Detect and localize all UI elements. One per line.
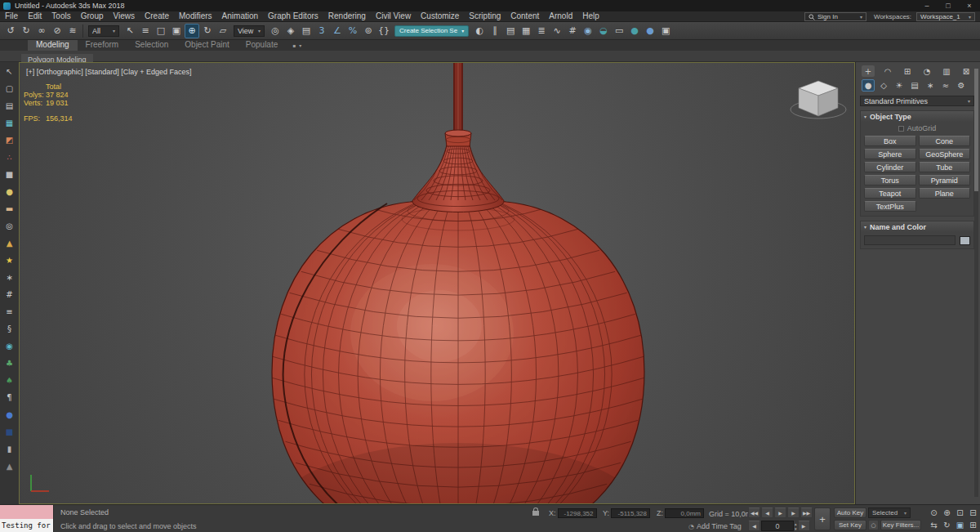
object-type-rollout-header[interactable]: ▾ Object Type xyxy=(861,111,973,122)
undo-icon[interactable]: ↺ xyxy=(3,24,18,38)
tab-display[interactable]: ▥ xyxy=(940,65,953,77)
toggle-scene-explorer-icon[interactable]: ≣ xyxy=(534,24,549,38)
dark-cube-tool-icon[interactable]: ■ xyxy=(2,425,16,438)
torus-tool-icon[interactable]: ◎ xyxy=(2,219,16,232)
select-and-link-icon[interactable]: ∞ xyxy=(34,24,49,38)
zoom-all-icon[interactable]: ⊕ xyxy=(941,507,953,518)
category-systems[interactable]: ⚙ xyxy=(955,79,968,92)
globe-tool-icon[interactable]: ◉ xyxy=(2,339,16,352)
open-autodesk-app-icon[interactable]: ▣ xyxy=(658,24,673,38)
object-type-button[interactable]: Box xyxy=(864,136,916,146)
snaps-toggle-icon[interactable]: 3 xyxy=(314,24,329,38)
minimize-button[interactable]: – xyxy=(916,2,938,10)
snowflake-tool-icon[interactable]: ∗ xyxy=(2,270,16,284)
viewport-label[interactable]: [+] [Orthographic] [Standard] [Clay + Ed… xyxy=(26,68,192,76)
cylinder-tool-icon[interactable]: ▮ xyxy=(2,442,16,455)
ribbon-tab[interactable]: Selection xyxy=(127,40,176,51)
listener-pane[interactable]: Testing for i xyxy=(0,519,53,532)
viewport-canvas[interactable] xyxy=(20,63,854,503)
cone-tool-icon[interactable]: ▲ xyxy=(2,236,16,249)
object-type-button[interactable]: Pyramid xyxy=(919,175,971,186)
ribbon-tab[interactable]: Modeling xyxy=(28,40,78,51)
named-selection-set-dropdown[interactable]: Create Selection Se xyxy=(394,25,469,37)
go-to-start-button[interactable]: ◀◀ xyxy=(748,507,760,518)
film-tool-icon[interactable]: ▦ xyxy=(2,116,16,129)
object-type-button[interactable]: Sphere xyxy=(864,149,916,159)
material-editor-icon[interactable]: ◉ xyxy=(581,24,595,38)
pointer-tool-icon[interactable]: ↖ xyxy=(2,65,16,78)
category-lights[interactable]: ☀ xyxy=(893,79,906,92)
palette-tool-icon[interactable]: ◩ xyxy=(2,133,16,146)
tree-tool-icon[interactable]: ♠ xyxy=(2,373,16,387)
angle-snap-icon[interactable]: ∠ xyxy=(330,24,345,38)
ribbon-tab[interactable]: Populate xyxy=(238,40,286,51)
ribbon-minimize-icon[interactable]: ▪ xyxy=(292,42,296,48)
menu-item[interactable]: Modifiers xyxy=(174,11,217,22)
toggle-layer-explorer-icon[interactable]: ▤ xyxy=(503,24,518,38)
y-coordinate-field[interactable]: -5115,328 xyxy=(611,508,650,518)
menu-item[interactable]: Arnold xyxy=(544,11,577,22)
notes-tool-icon[interactable]: ▤ xyxy=(2,99,16,112)
key-selection-dropdown[interactable]: Selected xyxy=(868,507,911,518)
key-mode-icon[interactable]: ○ xyxy=(868,520,879,530)
x-coordinate-field[interactable]: -1298,352 xyxy=(558,508,597,518)
object-type-button[interactable]: Cylinder xyxy=(864,162,916,172)
use-pivot-point-center-icon[interactable]: ◎ xyxy=(268,24,283,38)
set-key-button[interactable]: Set Key xyxy=(834,520,866,530)
select-by-name-icon[interactable]: ≡ xyxy=(138,24,153,38)
menu-item[interactable]: Graph Editors xyxy=(263,11,323,22)
current-frame-field[interactable]: 0 xyxy=(761,521,794,531)
leaf-tool-icon[interactable]: ♣ xyxy=(2,356,16,369)
next-frame-button[interactable]: ▶ xyxy=(787,507,800,518)
next-key-button[interactable]: ▶ xyxy=(798,521,810,531)
select-and-scale-icon[interactable]: ▱ xyxy=(216,24,230,38)
square-tool-icon[interactable]: ■ xyxy=(2,168,16,181)
tab-modify[interactable]: ◠ xyxy=(881,65,894,77)
maximize-viewport-toggle-icon[interactable]: ▣ xyxy=(954,519,966,530)
menu-item[interactable]: Rendering xyxy=(323,11,371,22)
rectangular-selection-region-icon[interactable]: □ xyxy=(154,24,168,38)
water-tool-icon[interactable]: ● xyxy=(2,408,16,421)
ribbon-tab[interactable]: Freeform xyxy=(78,40,127,51)
workspace-dropdown[interactable]: Workspace_1 xyxy=(916,12,975,21)
viewport[interactable]: [+] [Orthographic] [Standard] [Clay + Ed… xyxy=(19,62,855,504)
align-icon[interactable]: ∥ xyxy=(488,24,502,38)
menu-item[interactable]: Views xyxy=(109,11,140,22)
star-tool-icon[interactable]: ★ xyxy=(2,253,16,266)
frame-spinner[interactable]: ▴▾ xyxy=(795,521,797,531)
autogrid-checkbox[interactable] xyxy=(898,126,904,132)
object-color-swatch[interactable] xyxy=(960,236,970,245)
object-type-button[interactable]: Torus xyxy=(864,175,916,186)
viewcube[interactable] xyxy=(791,81,846,118)
menu-item[interactable]: Civil View xyxy=(371,11,416,22)
go-to-end-button[interactable]: ▶▶ xyxy=(800,507,813,518)
particles-tool-icon[interactable]: ∴ xyxy=(2,150,16,163)
ribbon-options-caret-icon[interactable]: ▾ xyxy=(299,42,301,48)
object-type-button[interactable]: GeoSphere xyxy=(919,149,971,159)
menu-item[interactable]: Scripting xyxy=(464,11,506,22)
sphere-tool-icon[interactable]: ● xyxy=(2,185,16,198)
pyramid-tool-icon[interactable]: ▲ xyxy=(2,459,16,472)
menu-item[interactable]: Edit xyxy=(23,11,47,22)
category-helpers[interactable]: ∗ xyxy=(924,79,937,92)
macro-recorder-pane[interactable] xyxy=(0,505,53,519)
z-coordinate-field[interactable]: 0,0mm xyxy=(665,508,704,518)
zoom-region-icon[interactable]: ⊟ xyxy=(967,507,979,518)
rendered-frame-window-icon[interactable]: ▭ xyxy=(612,24,626,38)
selection-lock-icon[interactable] xyxy=(532,511,539,516)
schematic-view-icon[interactable]: # xyxy=(565,24,580,38)
bind-to-space-warp-icon[interactable]: ≋ xyxy=(65,24,80,38)
tab-hierarchy[interactable]: ⊞ xyxy=(901,65,914,77)
object-type-button[interactable]: Tube xyxy=(919,162,971,172)
zoom-extents-icon[interactable]: ⊡ xyxy=(954,507,966,518)
sign-in-dropdown[interactable]: Sign In xyxy=(804,12,866,21)
category-shapes[interactable]: ◇ xyxy=(877,79,890,92)
object-type-button[interactable]: Cone xyxy=(919,136,971,146)
capsule-tool-icon[interactable]: ▬ xyxy=(2,202,16,215)
object-type-button[interactable]: Teapot xyxy=(864,188,916,199)
selection-filter-dropdown[interactable]: All xyxy=(88,25,119,37)
category-space-warps[interactable]: ≈ xyxy=(939,79,952,92)
select-and-manipulate-icon[interactable]: ◈ xyxy=(283,24,298,38)
auto-key-button[interactable]: Auto Key xyxy=(834,507,866,518)
add-time-tag[interactable]: ◔ Add Time Tag xyxy=(688,522,742,530)
